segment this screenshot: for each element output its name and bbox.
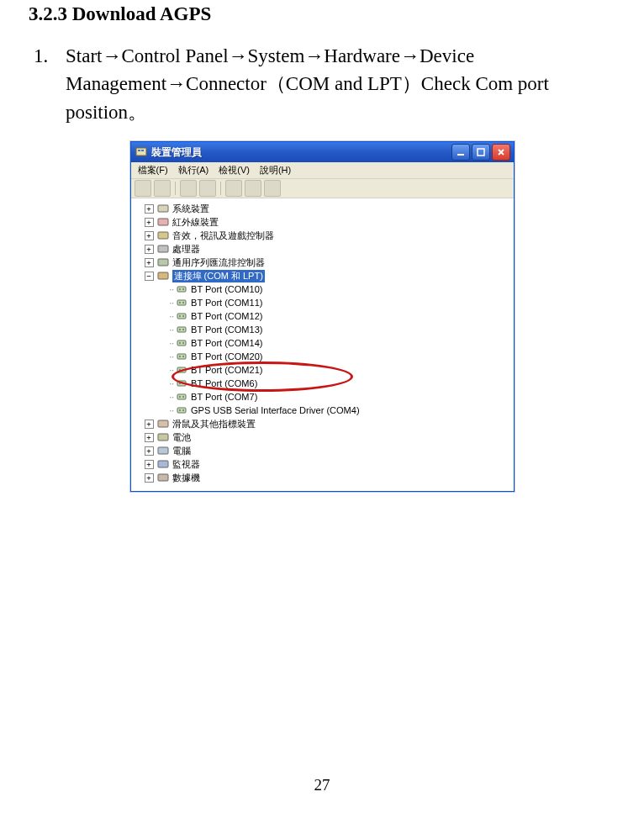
tree-item-label: 音效，視訊及遊戲控制器	[172, 230, 274, 242]
svg-rect-11	[177, 287, 186, 292]
tree-item-label: BT Port (COM20)	[191, 351, 262, 362]
device-icon	[157, 431, 169, 443]
port-icon	[176, 351, 187, 362]
svg-rect-43	[158, 447, 168, 454]
expander-icon[interactable]: +	[145, 420, 154, 429]
expander-icon[interactable]: +	[145, 258, 154, 267]
tree-item[interactable]: ··BT Port (COM12)	[136, 309, 509, 323]
port-icon	[176, 377, 187, 389]
svg-point-21	[179, 329, 181, 330]
tree-item-label: 電腦	[172, 445, 191, 457]
tree-item[interactable]: ··BT Port (COM21)	[136, 363, 509, 377]
svg-point-25	[182, 342, 184, 344]
svg-rect-38	[177, 408, 186, 413]
svg-point-19	[182, 315, 184, 317]
port-icon	[176, 337, 187, 349]
close-button[interactable]	[492, 144, 510, 161]
device-icon	[157, 418, 169, 430]
toolbar-button-5[interactable]	[225, 180, 242, 197]
svg-point-28	[182, 356, 184, 357]
tree-item-label: BT Port (COM7)	[191, 392, 257, 402]
toolbar-button-1[interactable]	[135, 180, 151, 197]
tree-item[interactable]: +電腦	[136, 444, 509, 457]
tree-item[interactable]: +數據機	[136, 471, 509, 484]
port-icon	[176, 297, 187, 309]
expander-icon[interactable]: +	[145, 433, 154, 442]
tree-item[interactable]: ··GPS USB Serial Interface Driver (COM4)	[136, 404, 509, 417]
port-icon	[176, 404, 187, 416]
list-body: Start→Control Panel→System→Hardware→Devi…	[66, 42, 615, 126]
tree-item[interactable]: +電池	[136, 430, 509, 444]
tree-item-label: 監視器	[172, 458, 200, 471]
svg-point-34	[182, 383, 184, 384]
tree-item[interactable]: ··BT Port (COM10)	[136, 282, 509, 296]
toolbar-separator	[220, 182, 221, 195]
expander-icon[interactable]: +	[145, 204, 154, 214]
svg-rect-6	[158, 219, 168, 225]
menu-help[interactable]: 說明(H)	[260, 164, 291, 177]
menu-file[interactable]: 檔案(F)	[138, 164, 168, 177]
page-number: 27	[0, 776, 644, 794]
tree-item[interactable]: +音效，視訊及遊戲控制器	[136, 229, 509, 242]
tree-item[interactable]: ··BT Port (COM14)	[136, 336, 509, 350]
svg-rect-4	[478, 149, 484, 156]
toolbar-button-2[interactable]	[154, 180, 171, 197]
toolbar-button-6[interactable]	[245, 180, 261, 197]
device-icon	[157, 243, 169, 255]
svg-rect-44	[158, 461, 168, 467]
tree-item-label: BT Port (COM13)	[191, 325, 262, 335]
expander-icon[interactable]: +	[145, 446, 154, 456]
svg-rect-29	[177, 367, 186, 372]
tree-item-label: 紅外線裝置	[172, 216, 219, 229]
minimize-button[interactable]	[451, 144, 470, 161]
instruction-list: 1. Start→Control Panel→System→Hardware→D…	[29, 42, 615, 126]
device-icon	[157, 270, 169, 282]
svg-rect-5	[158, 205, 168, 212]
tree-item[interactable]: +滑鼠及其他指標裝置	[136, 417, 509, 430]
tree-item[interactable]: ··BT Port (COM20)	[136, 350, 509, 363]
tree-item[interactable]: −連接埠 (COM 和 LPT)	[136, 269, 509, 282]
expander-icon[interactable]: +	[145, 218, 154, 227]
toolbar-button-3[interactable]	[180, 180, 197, 197]
tree-item-label: 通用序列匯流排控制器	[172, 256, 265, 269]
window-icon	[135, 145, 148, 159]
svg-point-37	[182, 396, 184, 398]
svg-point-33	[179, 383, 181, 384]
tree-item-label: BT Port (COM14)	[191, 338, 262, 348]
tree-item[interactable]: +監視器	[136, 457, 509, 471]
tree-line: ··	[170, 406, 175, 415]
svg-point-24	[179, 342, 181, 344]
svg-rect-14	[177, 300, 186, 305]
section-heading: 3.2.3 Download AGPS	[29, 3, 615, 25]
toolbar-button-4[interactable]	[199, 180, 216, 197]
expander-icon[interactable]: +	[145, 245, 154, 254]
expander-icon[interactable]: −	[145, 272, 154, 281]
svg-point-18	[179, 315, 181, 317]
svg-rect-32	[177, 381, 186, 386]
toolbar-button-7[interactable]	[264, 180, 281, 197]
tree-item[interactable]: ··BT Port (COM7)	[136, 390, 509, 404]
menu-view[interactable]: 檢視(V)	[219, 164, 250, 177]
menu-action[interactable]: 執行(A)	[178, 164, 209, 177]
tree-item[interactable]: +處理器	[136, 242, 509, 256]
tree-item[interactable]: ··BT Port (COM11)	[136, 296, 509, 309]
tree-item[interactable]: ··BT Port (COM6)	[136, 377, 509, 390]
expander-icon[interactable]: +	[145, 231, 154, 240]
svg-rect-2	[141, 150, 144, 151]
device-icon	[157, 256, 169, 268]
tree-item-label: BT Port (COM11)	[191, 298, 262, 308]
svg-rect-8	[158, 245, 168, 252]
tree-item[interactable]: +系統裝置	[136, 202, 509, 215]
expander-icon[interactable]: +	[145, 460, 154, 469]
tree-item[interactable]: +通用序列匯流排控制器	[136, 256, 509, 269]
device-icon	[157, 216, 169, 228]
tree-item[interactable]: ··BT Port (COM13)	[136, 323, 509, 336]
svg-rect-7	[158, 232, 168, 239]
titlebar: 裝置管理員	[131, 142, 514, 162]
tree-item[interactable]: +紅外線裝置	[136, 215, 509, 229]
svg-rect-35	[177, 394, 186, 399]
port-icon	[176, 283, 187, 295]
maximize-button[interactable]	[472, 144, 490, 161]
expander-icon[interactable]: +	[145, 473, 154, 483]
device-icon	[157, 445, 169, 456]
